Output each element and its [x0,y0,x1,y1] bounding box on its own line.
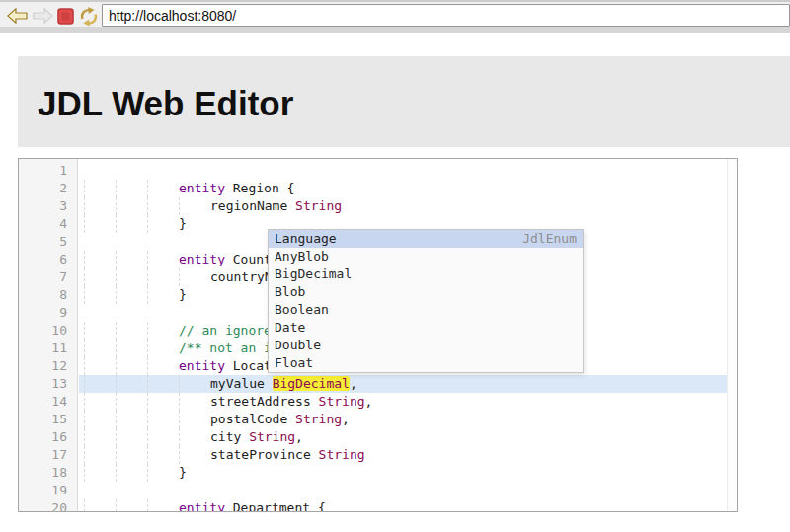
indent-guide [147,180,179,197]
code-token: streetAddress [210,394,319,409]
code-line[interactable]: streetAddress String, [79,393,737,411]
back-arrow-icon [7,8,28,24]
code-token: } [179,216,187,231]
code-token: entity [179,358,225,373]
line-number: 15 [19,411,77,428]
code-line[interactable]: regionName String [79,197,737,215]
line-number: 12 [19,357,77,375]
code-line[interactable] [79,482,737,499]
indent-guide [116,322,147,340]
indent-guide [84,464,116,482]
code-token: String [319,394,365,409]
indent-guide [147,464,179,482]
indent-guide [84,446,116,464]
indent-guide [147,499,179,511]
back-button[interactable] [7,8,28,28]
indent-guide [116,197,147,215]
indent-guide [147,286,179,304]
indent-guide [116,215,147,233]
code-token: Region { [225,181,294,195]
code-token: postalCode [210,412,295,426]
code-line[interactable]: postalCode String, [79,411,737,428]
autocomplete-item-selected[interactable]: Language JdlEnum [269,230,583,248]
indent-guide [179,197,210,215]
code-token: String [319,447,365,462]
line-number: 11 [19,340,77,357]
line-number: 10 [19,322,77,340]
indent-guide [84,499,116,511]
indent-guide [84,197,116,215]
browser-toolbar [0,0,790,33]
indent-guide [179,428,210,446]
line-number: 14 [19,393,77,411]
indent-guide [84,322,116,340]
indent-guide [116,411,147,428]
indent-guide [147,322,179,340]
code-token: , [365,394,373,409]
indent-guide [116,268,147,286]
code-line[interactable]: entity Region { [79,180,737,197]
stop-button[interactable] [57,8,74,29]
autocomplete-item[interactable]: Date [269,319,583,337]
indent-guide [147,446,179,464]
code-token: Department { [225,500,326,511]
code-line[interactable]: myValue BigDecimal, [79,375,737,393]
line-number: 13 [19,375,77,393]
indent-guide [84,268,116,286]
line-number: 5 [19,233,77,251]
indent-guide [84,393,116,411]
indent-guide [116,340,147,357]
indent-guide [147,251,179,268]
line-number: 7 [19,268,77,286]
code-line[interactable]: city String, [79,428,737,446]
indent-guide [147,357,179,375]
indent-guide [147,375,179,393]
autocomplete-item[interactable]: BigDecimal [269,266,583,283]
code-line[interactable]: stateProvince String [79,446,737,464]
line-number-gutter: 1234567891011121314151617181920 [19,159,78,511]
autocomplete-item[interactable]: Boolean [269,301,583,319]
editor-scrollbar[interactable] [727,159,737,511]
code-line[interactable]: } [79,464,737,482]
indent-guide [116,499,147,511]
line-number: 19 [19,482,77,499]
forward-button[interactable] [33,8,53,28]
indent-guide [179,268,210,286]
code-token: String [295,198,342,213]
code-line[interactable] [79,162,737,180]
indent-guide [116,286,147,304]
code-token: city [210,429,249,444]
code-token: , [342,412,350,426]
indent-guide [179,446,210,464]
autocomplete-item[interactable]: AnyBlob [269,248,583,266]
autocomplete-item[interactable]: Double [269,337,583,354]
indent-guide [147,428,179,446]
indent-guide [116,464,147,482]
forward-arrow-icon [33,8,53,24]
code-token: } [179,465,187,480]
code-token: } [179,287,187,302]
autocomplete-item[interactable]: Float [269,354,583,372]
indent-guide [179,393,210,411]
code-token: String [249,429,295,444]
autocomplete-type-hint: JdlEnum [522,230,577,248]
indent-guide [84,251,116,268]
indent-guide [179,411,210,428]
highlighted-token: BigDecimal [273,376,350,391]
autocomplete-item[interactable]: Blob [269,283,583,301]
code-token: entity [179,500,225,511]
indent-guide [84,340,116,357]
page-header: JDL Web Editor [18,56,790,147]
indent-guide [147,215,179,233]
indent-guide [116,251,147,268]
line-number: 17 [19,446,77,464]
line-number: 9 [19,304,77,322]
code-editor[interactable]: 1234567891011121314151617181920 entity R… [18,158,738,512]
code-line[interactable]: entity Department { [79,499,737,511]
refresh-button[interactable] [79,6,99,31]
autocomplete-selected-label: Language [275,230,337,248]
line-number: 16 [19,428,77,446]
indent-guide [147,411,179,428]
indent-guide [116,428,147,446]
url-input[interactable] [102,4,790,27]
